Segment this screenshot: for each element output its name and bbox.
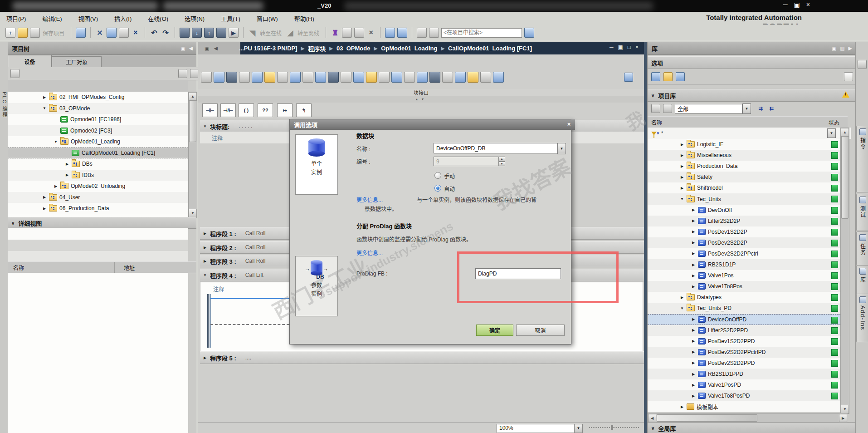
scroll-right-icon[interactable]: ▶ (839, 414, 847, 422)
expand-arrow-icon[interactable]: ▶ (42, 95, 47, 99)
manual-radio-label[interactable]: 手动 (444, 172, 455, 180)
panel-float-icon[interactable]: ▣ (180, 45, 185, 51)
breadcrumb-item[interactable]: 03_OPMode (336, 45, 370, 52)
hscrollbar-thumb[interactable] (657, 414, 757, 422)
library-dock-icon[interactable]: ▥ (840, 45, 844, 51)
more-info-link[interactable]: 更多信息... (356, 196, 383, 203)
expand-arrow-icon[interactable]: ▶ (691, 328, 696, 332)
lad-instruction-5-icon[interactable]: ↰ (296, 103, 312, 117)
breadcrumb-item[interactable]: 程序块 (308, 44, 326, 53)
expand-arrow-icon[interactable]: ▶ (691, 285, 696, 289)
prodiag-more-info-link[interactable]: 更多信息... (356, 249, 383, 256)
library-tree-item[interactable]: ▶Lifter2S2D2P (648, 216, 848, 226)
expand-arrow-icon[interactable]: ▶ (203, 246, 207, 250)
library-float-icon[interactable]: ▣ (832, 45, 836, 51)
expand-arrow-icon[interactable]: ▶ (680, 164, 684, 168)
parameter-instance-option[interactable]: → → DB 参数 实例 (295, 256, 338, 316)
go-online-icon[interactable]: ◥ (248, 28, 257, 37)
filter-row-dropdown-icon[interactable]: ▼ (827, 128, 836, 138)
update-library-icon[interactable]: ⇇ (767, 104, 775, 113)
breadcrumb-item[interactable]: OpMode01_Loading (381, 45, 437, 52)
remove-online-icon[interactable]: × (366, 28, 375, 37)
snapshot-icon[interactable] (624, 73, 633, 82)
library-col-status[interactable]: 状态 (829, 118, 839, 126)
online-diagnostics-icon[interactable]: ♜ (331, 28, 340, 37)
editor-redo-icon[interactable] (328, 72, 339, 83)
expand-arrow-icon[interactable]: ▶ (203, 231, 207, 236)
download-all-icon[interactable] (216, 28, 226, 38)
scroll-left-icon[interactable]: ◀ (648, 414, 656, 422)
project-library-section-header[interactable]: ∨ 项目库 (648, 89, 856, 102)
project-tree-scrollbar[interactable]: ▲ ▼ (188, 92, 197, 218)
zoom-level-value[interactable]: 100% (497, 424, 577, 433)
expand-arrow-icon[interactable]: ▶ (691, 394, 696, 398)
editor-accessible-devices-icon[interactable] (455, 72, 466, 83)
strip-top-icon[interactable] (858, 60, 867, 69)
expand-arrow-icon[interactable]: ▶ (691, 383, 696, 387)
manual-radio[interactable] (434, 172, 441, 179)
selected-wire[interactable] (210, 298, 293, 299)
expand-arrow-icon[interactable]: ▶ (203, 259, 207, 263)
menu-item-3[interactable]: 插入(I) (114, 14, 132, 23)
panel-collapse-icon[interactable]: ◀ (189, 45, 193, 51)
filter-dropdown-icon[interactable]: ▼ (742, 103, 751, 114)
project-tree-item[interactable]: ▶OpMode02_Unloading (8, 181, 188, 192)
editor-download-to-device-icon[interactable] (366, 72, 377, 83)
project-tree-item[interactable]: CallOpMode01_Loading [FC1] (8, 148, 188, 159)
library-tree-item[interactable]: ▶RB2S1D1P (648, 259, 848, 270)
expand-arrow-icon[interactable]: ▶ (680, 186, 684, 190)
project-tree-item[interactable]: ▶06_Production_Data (8, 203, 188, 214)
scroll-down-icon[interactable]: ▼ (189, 209, 197, 217)
go-online-label[interactable]: 转至在线 (260, 29, 282, 37)
dialog-close-icon[interactable]: × (565, 121, 573, 128)
expand-arrow-icon[interactable]: ▶ (65, 173, 69, 177)
library-tree-item[interactable]: ▶PosDev1S2D2P (648, 226, 848, 237)
open-project-icon[interactable] (18, 28, 28, 38)
expand-arrow-icon[interactable]: ▼ (680, 197, 684, 201)
editor-minimize-icon[interactable]: ─ (610, 44, 614, 50)
split-editor-vertical-icon[interactable] (397, 28, 407, 38)
library-tree-item[interactable]: ▶Valve1PosPD (648, 379, 848, 390)
download-to-device-icon[interactable]: ↓ (192, 28, 202, 38)
menu-item-7[interactable]: 窗口(W) (257, 14, 278, 23)
expand-arrow-icon[interactable]: ▶ (691, 361, 696, 365)
library-tree-item[interactable]: ▶PosDev1S2D2PPD (648, 336, 848, 347)
auto-radio[interactable] (434, 185, 441, 192)
tree-view-options-icon[interactable] (178, 69, 187, 78)
editor-open-project-icon[interactable] (214, 72, 224, 83)
menu-item-0[interactable]: 项目(P) (6, 14, 26, 23)
project-tree-item[interactable]: Opmode02 [FC3] (8, 125, 188, 137)
expand-arrow-icon[interactable]: ▼ (680, 306, 684, 310)
start-simulation-icon[interactable] (354, 28, 364, 38)
editor-new-project-icon[interactable] (201, 72, 212, 83)
scrollbar-thumb[interactable] (189, 100, 196, 142)
expand-arrow-icon[interactable]: ▶ (54, 184, 58, 188)
window-close-button[interactable]: × (806, 1, 810, 8)
global-library-section-header[interactable]: ∨ 全局库 (648, 422, 859, 433)
expand-arrow-icon[interactable]: ▶ (680, 143, 684, 147)
show-crossrefs-2-icon[interactable] (429, 28, 439, 38)
collapse-arrow-icon[interactable]: ▼ (203, 124, 207, 128)
project-tree-item[interactable]: ▶DBs (8, 158, 188, 170)
editor-maximize-icon[interactable]: □ (628, 44, 631, 50)
editor-split-editor-horizontal-icon[interactable] (493, 72, 504, 83)
detail-col-address[interactable]: 地址 (120, 264, 135, 271)
expand-arrow-icon[interactable]: ▶ (680, 405, 684, 409)
library-tree-item[interactable]: ▶Lifter2S2D2PPD (648, 325, 848, 336)
expand-arrow-icon[interactable]: ▶ (203, 356, 207, 360)
menu-item-6[interactable]: 工具(T) (221, 14, 240, 23)
project-tree-item[interactable]: ▼OpMode01_Loading (8, 136, 188, 148)
save-project-label[interactable]: 保存项目 (43, 29, 64, 37)
detail-view-header[interactable]: ∨ 详细视图 (8, 217, 196, 229)
library-tree-item[interactable]: ▶Valve1To8Pos (648, 281, 848, 292)
library-tree-item[interactable]: ▼Tec_Units_PD (648, 303, 848, 314)
library-filter-combobox[interactable]: 全部 (675, 104, 742, 113)
expand-arrow-icon[interactable]: ▶ (691, 241, 696, 245)
tab-instructions[interactable]: 指令 (856, 126, 868, 192)
split-editor-horizontal-icon[interactable] (385, 28, 395, 38)
menu-item-4[interactable]: 在线(O) (148, 14, 168, 23)
add-new-device-icon[interactable] (10, 69, 20, 78)
search-in-project-input[interactable] (441, 28, 522, 38)
library-tree-item[interactable]: ▶Logistic_IF (648, 139, 848, 150)
upload-from-device-icon[interactable]: ↑ (204, 28, 214, 38)
